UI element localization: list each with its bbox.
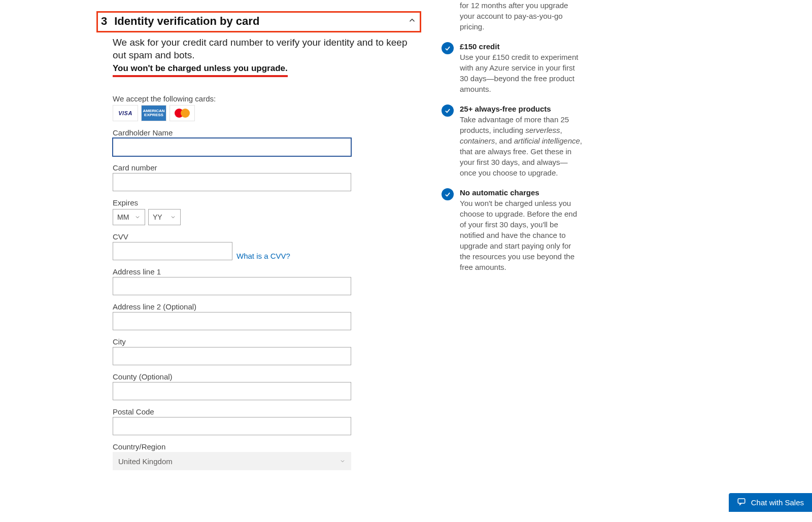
- address-line-1-input[interactable]: [113, 277, 351, 295]
- benefit-body: Take advantage of more than 25 products,…: [460, 115, 582, 177]
- expires-month-select[interactable]: MM: [113, 209, 145, 225]
- benefit-title: No automatic charges: [460, 188, 539, 197]
- mastercard-icon: [170, 105, 195, 121]
- country-region-value: United Kingdom: [118, 457, 173, 466]
- expires-year-select[interactable]: YY: [148, 209, 181, 225]
- benefit-title: 25+ always-free products: [460, 105, 551, 113]
- check-icon: [442, 105, 454, 117]
- visa-icon: VISA: [113, 105, 138, 121]
- step-title: Identity verification by card: [114, 15, 259, 28]
- benefit-credit: £150 credit Use your £150 credit to expe…: [442, 41, 584, 94]
- chevron-up-icon[interactable]: [408, 16, 417, 27]
- check-icon: [442, 42, 454, 54]
- cardholder-name-input[interactable]: [113, 138, 351, 156]
- step-number: 3: [101, 15, 107, 28]
- section-header[interactable]: 3 Identity verification by card: [96, 11, 421, 32]
- city-label: City: [113, 337, 421, 346]
- address-line-2-label: Address line 2 (Optional): [113, 302, 421, 311]
- address-line-1-label: Address line 1: [113, 267, 421, 276]
- county-input[interactable]: [113, 382, 351, 400]
- chat-with-sales-button[interactable]: Chat with Sales: [729, 493, 812, 512]
- benefit-always-free: 25+ always-free products Take advantage …: [442, 103, 584, 178]
- city-input[interactable]: [113, 347, 351, 365]
- chat-label: Chat with Sales: [751, 498, 804, 507]
- card-number-input[interactable]: [113, 173, 351, 191]
- cvv-input[interactable]: [113, 242, 232, 260]
- benefit-body: You won't be charged unless you choose t…: [460, 199, 577, 271]
- benefit-title: £150 credit: [460, 42, 499, 51]
- postal-code-label: Postal Code: [113, 407, 421, 416]
- postal-code-input[interactable]: [113, 417, 351, 435]
- benefit-fragment: for 12 months after you upgrade your acc…: [442, 0, 584, 32]
- expires-label: Expires: [113, 198, 421, 207]
- amex-icon: AMERICAN EXPRESS: [141, 105, 166, 121]
- what-is-cvv-link[interactable]: What is a CVV?: [236, 252, 290, 260]
- svg-rect-0: [738, 499, 745, 503]
- chevron-down-icon: [170, 214, 176, 220]
- intro-bold-text: You won't be charged unless you upgrade.: [113, 63, 288, 77]
- intro-text: We ask for your credit card number to ve…: [113, 37, 421, 61]
- cvv-label: CVV: [113, 232, 421, 241]
- benefit-body: Use your £150 credit to experiment with …: [460, 53, 578, 93]
- county-label: County (Optional): [113, 372, 421, 381]
- accept-cards-label: We accept the following cards:: [113, 94, 421, 103]
- address-line-2-input[interactable]: [113, 312, 351, 330]
- expires-year-value: YY: [153, 213, 162, 221]
- card-number-label: Card number: [113, 163, 421, 172]
- cardholder-name-label: Cardholder Name: [113, 128, 421, 137]
- chevron-down-icon: [134, 214, 141, 220]
- check-icon: [442, 188, 454, 200]
- country-region-select[interactable]: United Kingdom: [113, 452, 351, 470]
- country-region-label: Country/Region: [113, 442, 421, 451]
- chat-icon: [737, 497, 746, 508]
- chevron-down-icon: [340, 458, 346, 464]
- card-logos-row: VISA AMERICAN EXPRESS: [113, 105, 421, 121]
- benefit-no-charges: No automatic charges You won't be charge…: [442, 187, 584, 272]
- expires-month-value: MM: [117, 213, 129, 221]
